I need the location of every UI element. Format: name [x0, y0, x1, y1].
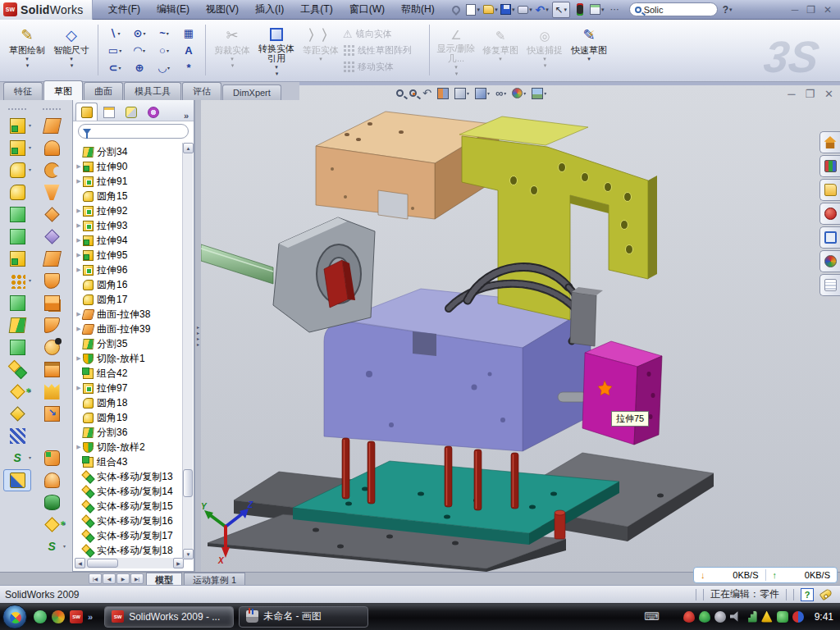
custom-properties-tab[interactable]	[819, 274, 840, 296]
tree-item[interactable]: ▶ 圆角15	[75, 189, 183, 203]
draft-icon[interactable]	[3, 226, 31, 248]
expand-arrow-icon[interactable]: ▶	[75, 444, 83, 450]
tree-item[interactable]: ▶ 圆角18	[75, 395, 183, 410]
tree-item[interactable]: ▶ 拉伸93	[75, 218, 183, 233]
expand-arrow-icon[interactable]: ▶	[75, 267, 83, 273]
boundary-surface-icon[interactable]	[38, 181, 66, 203]
media-quicklaunch-icon[interactable]	[52, 610, 65, 623]
pattern-icon[interactable]	[3, 270, 31, 292]
scroll-right-button[interactable]: ▶	[173, 558, 184, 568]
property-manager-tab[interactable]	[98, 103, 120, 121]
apply-scene-button[interactable]	[532, 88, 546, 99]
measure-icon[interactable]	[3, 469, 31, 491]
trim-surface-icon[interactable]	[38, 425, 66, 447]
move-copy-body-icon[interactable]	[3, 358, 31, 381]
keyboard-tray-icon[interactable]: ⌨	[644, 610, 660, 623]
expand-arrow-icon[interactable]: ▶	[75, 355, 83, 362]
radiate-surface-icon[interactable]	[38, 292, 66, 314]
menu-item[interactable]: 帮助(H)	[394, 0, 442, 19]
menu-item[interactable]: 视图(V)	[199, 0, 246, 19]
sketch-entity-button[interactable]: ⊂	[103, 59, 127, 76]
more-commands-button[interactable]: ⋯	[607, 2, 622, 17]
scroll-up-button[interactable]: ▲	[183, 143, 194, 153]
search-box[interactable]	[629, 2, 718, 16]
command-button[interactable]: 转换实体引用 ▾	[254, 23, 299, 77]
previous-view-button[interactable]: ↶	[422, 87, 431, 99]
tree-horizontal-scrollbar[interactable]: ◀ ▶	[75, 558, 184, 568]
file-explorer-tab[interactable]	[819, 179, 840, 201]
axis-icon[interactable]	[3, 425, 31, 447]
thicken-icon[interactable]	[38, 469, 66, 491]
sync-tray-icon[interactable]	[792, 611, 804, 623]
tree-item[interactable]: ▶ 组合43	[75, 454, 183, 469]
command-manager-tab[interactable]: 特征	[3, 82, 43, 100]
command-button[interactable]: ✎ 修复草图 ▾	[478, 23, 523, 77]
rib-icon[interactable]	[3, 292, 31, 314]
offset-surface-icon[interactable]	[38, 270, 66, 292]
command-button[interactable]: ✂ 剪裁实体 ▾	[210, 23, 254, 77]
command-button[interactable]: 移动实体	[343, 58, 425, 75]
tree-item[interactable]: ▶ 分割35	[75, 336, 183, 351]
command-button[interactable]: ⚠ 镜向实体	[343, 25, 425, 42]
featuremanager-tree-tab[interactable]	[75, 103, 98, 121]
combine-icon[interactable]	[3, 336, 31, 358]
menu-item[interactable]: 工具(T)	[293, 0, 340, 19]
scrollbar-thumb[interactable]	[183, 469, 193, 497]
menu-item[interactable]: 插入(I)	[248, 0, 291, 19]
filled-surface-icon[interactable]	[38, 203, 66, 226]
view-palette-tab[interactable]	[819, 226, 840, 249]
command-button[interactable]: ∠ 显示/删除几... ▾	[434, 23, 478, 77]
tree-item[interactable]: ▶ 实体-移动/复制17	[75, 528, 183, 543]
command-manager-tab[interactable]: 模具工具	[124, 82, 181, 100]
freeform-icon[interactable]	[38, 226, 66, 248]
ruled-surface-icon[interactable]	[38, 314, 66, 336]
tree-item[interactable]: ▶ 分割36	[75, 425, 183, 440]
tree-item[interactable]: ▶ 实体-移动/复制18	[75, 543, 183, 558]
design-library-tab[interactable]	[819, 155, 840, 177]
shell-icon[interactable]	[3, 203, 31, 226]
scroll-left-button[interactable]: ◀	[75, 558, 85, 568]
fillet-icon[interactable]	[3, 159, 31, 181]
doc-close-button[interactable]: ✕	[824, 88, 833, 100]
appearances-scenes-tab[interactable]	[819, 250, 840, 272]
new-document-button[interactable]	[466, 2, 481, 17]
tree-item[interactable]: ▶ 拉伸96	[75, 262, 183, 277]
expand-arrow-icon[interactable]: ▶	[75, 178, 83, 185]
tree-item[interactable]: ▶ 圆角17	[75, 292, 183, 307]
expand-arrow-icon[interactable]: ▶	[75, 222, 83, 229]
sketch-entity-button[interactable]: A	[176, 42, 201, 59]
section-view-button[interactable]	[437, 88, 449, 99]
tree-item[interactable]: ▶ 拉伸94	[75, 233, 183, 248]
quicklaunch-chevron-icon[interactable]: »	[88, 612, 93, 622]
tree-item[interactable]: ▶ 实体-移动/复制14	[75, 484, 183, 499]
command-button[interactable]: ✎ 快速草图 ▾	[567, 23, 611, 77]
command-button[interactable]: ✎ 草图绘制 ▾	[5, 23, 49, 77]
tree-item[interactable]: ▶ 拉伸95	[75, 248, 183, 262]
scroll-down-button[interactable]: ▼	[183, 549, 194, 559]
tree-item[interactable]: ▶ 拉伸97	[75, 381, 183, 395]
tree-item[interactable]: ▶ 实体-移动/复制16	[75, 514, 183, 528]
knit-surface-icon[interactable]	[38, 447, 66, 469]
command-button[interactable]: 〉〉 等距实体 ▾	[299, 23, 343, 77]
solidworks-quicklaunch-icon[interactable]: SW	[70, 610, 83, 623]
extend-surface-icon[interactable]	[38, 403, 66, 425]
reference-geometry-icon[interactable]	[3, 381, 31, 403]
lofted-surface-icon[interactable]	[38, 159, 66, 181]
pin-icon[interactable]	[449, 2, 463, 17]
volume-tray-icon[interactable]	[730, 611, 742, 623]
quick-tips-button[interactable]: ?	[801, 588, 814, 601]
configuration-manager-tab[interactable]	[120, 103, 142, 121]
sketch-entity-button[interactable]: ~	[152, 25, 176, 42]
select-button[interactable]: ↖	[552, 2, 570, 18]
sketch-entity-button[interactable]: ⊕	[127, 59, 152, 76]
first-tab-button[interactable]: |◀	[89, 573, 102, 584]
sketch-entity-button[interactable]: *	[176, 59, 201, 76]
panel-splitter[interactable]: ▸▸▸▸	[194, 100, 201, 572]
untrim-surface-icon[interactable]	[38, 381, 66, 403]
protection-tray-icon[interactable]	[699, 611, 710, 623]
chamfer-icon[interactable]	[3, 181, 31, 203]
expand-arrow-icon[interactable]: ▶	[75, 385, 83, 391]
expand-arrow-icon[interactable]: ▶	[75, 237, 83, 244]
security-center-tray-icon[interactable]	[777, 611, 788, 623]
tree-item[interactable]: ▶ 圆角19	[75, 410, 183, 425]
